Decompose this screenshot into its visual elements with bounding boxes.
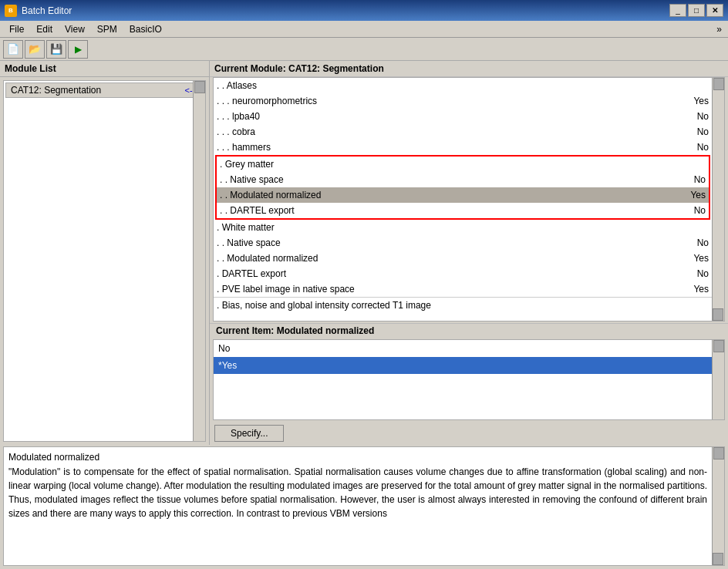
toolbar: 📄 📂 💾 ▶ [0,38,728,61]
tree-scrollbar[interactable] [712,78,724,321]
options-scroll: No *Yes [214,340,724,419]
module-list-panel: Module List CAT12: Segmentation <-X [0,61,210,445]
title-bar-controls: _ □ ✕ [669,4,723,17]
tree-row-white-modulated[interactable]: . . Modulated normalized Yes [214,251,712,266]
module-list-scrollbar[interactable] [193,81,205,441]
title-bar: B Batch Editor _ □ ✕ [0,0,728,21]
minimize-btn[interactable]: _ [669,4,686,17]
close-btn[interactable]: ✕ [706,4,723,17]
options-area: No *Yes [213,339,725,420]
menu-file[interactable]: File [3,21,30,37]
menu-basicio[interactable]: BasicIO [123,21,168,37]
right-panel: Current Module: CAT12: Segmentation . . … [210,61,728,445]
tree-scroll-content: . . Atlases . . . neuromorphometrics Yes… [214,78,724,321]
module-item-label: CAT12: Segmentation [11,85,101,96]
tree-row-pve[interactable]: . PVE label image in native space Yes [214,281,712,297]
menu-expand-arrow[interactable]: » [713,22,725,36]
main-area: Module List CAT12: Segmentation <-X Curr… [0,61,728,569]
options-scrollbar[interactable] [712,340,724,419]
current-item-label: Current Item: Modulated normalized [210,323,728,338]
tree-row-hammers[interactable]: . . . hammers No [214,140,712,155]
tree-row-cobra[interactable]: . . . cobra No [214,124,712,140]
save-button[interactable]: 💾 [46,40,66,59]
app-icon: B [5,5,17,17]
open-button[interactable]: 📂 [25,40,45,59]
window-title: Batch Editor [22,5,72,16]
tree-row-neuro[interactable]: . . . neuromorphometrics Yes [214,93,712,109]
run-button[interactable]: ▶ [68,40,88,59]
specify-btn-area: Specify... [210,422,728,445]
option-yes[interactable]: *Yes [214,357,712,374]
tree-row-lpba40[interactable]: . . . lpba40 No [214,109,712,124]
tree-row-grey-dartel[interactable]: . . DARTEL export No [217,203,709,218]
specify-button[interactable]: Specify... [214,425,284,442]
module-item-cat12[interactable]: CAT12: Segmentation <-X [5,82,204,98]
description-scroll: Modulated normalized "Modulation" is to … [8,450,720,562]
tree-row-bias[interactable]: . Bias, noise and global intensity corre… [214,297,712,312]
tree-row-white-dartel[interactable]: . DARTEL export No [214,266,712,281]
description-text: "Modulation" is to compensate for the ef… [8,465,707,520]
option-no[interactable]: No [214,340,712,357]
tree-row-grey-native[interactable]: . . Native space No [217,172,709,187]
menu-view[interactable]: View [59,21,91,37]
tree-row-white-native[interactable]: . . Native space No [214,235,712,251]
top-section: Module List CAT12: Segmentation <-X Curr… [0,61,728,445]
description-area: Modulated normalized "Modulation" is to … [3,446,725,566]
menu-edit[interactable]: Edit [30,21,59,37]
maximize-btn[interactable]: □ [688,4,705,17]
menu-bar: File Edit View SPM BasicIO » [0,21,728,38]
description-title: Modulated normalized [8,450,707,464]
title-bar-left: B Batch Editor [5,5,72,17]
grey-matter-group: . Grey matter . . Native space No . . Mo… [215,155,710,220]
tree-area: . . Atlases . . . neuromorphometrics Yes… [213,77,725,322]
tree-row-white-matter-label[interactable]: . White matter [214,220,712,235]
new-button[interactable]: 📄 [3,40,23,59]
description-scrollbar[interactable] [712,447,724,565]
tree-row-grey-matter-label[interactable]: . Grey matter [217,157,709,172]
tree-row-grey-modulated[interactable]: . . Modulated normalized Yes [217,187,709,203]
module-list-content: CAT12: Segmentation <-X [3,80,206,442]
current-module-header: Current Module: CAT12: Segmentation [210,61,728,77]
tree-row-atlases[interactable]: . . Atlases [214,78,712,93]
module-list-header: Module List [0,61,209,77]
menu-spm[interactable]: SPM [91,21,123,37]
